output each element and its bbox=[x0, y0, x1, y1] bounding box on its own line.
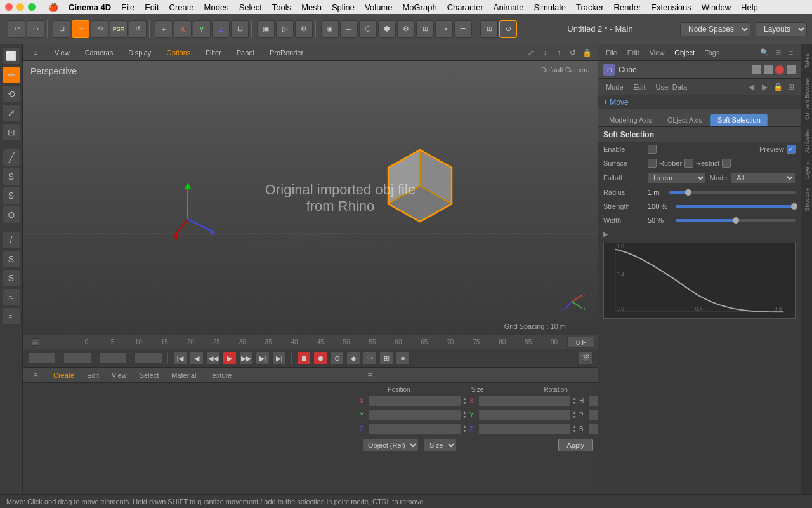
curve-expand[interactable]: ▶ bbox=[598, 227, 801, 240]
obj-mgr-file-tab[interactable]: File bbox=[602, 48, 621, 58]
knife-side[interactable]: ╱ bbox=[3, 149, 20, 166]
move-side[interactable]: ✛ bbox=[3, 66, 20, 84]
render-region-button[interactable]: ▣ bbox=[257, 20, 275, 38]
obj-tab-create[interactable]: Create bbox=[51, 370, 77, 380]
record-button[interactable]: ⏺ bbox=[313, 351, 327, 365]
rubber-checkbox[interactable] bbox=[684, 159, 693, 168]
cube-object[interactable] bbox=[382, 144, 458, 234]
menu-select[interactable]: Select bbox=[239, 3, 262, 12]
rotate-tool-button[interactable]: ⟲ bbox=[91, 20, 108, 38]
arc-side[interactable]: S bbox=[3, 269, 20, 287]
attr-lock-icon[interactable]: 🔒 bbox=[772, 81, 783, 93]
obj-menu-icon[interactable]: ≡ bbox=[28, 368, 43, 383]
menu-file[interactable]: File bbox=[121, 3, 134, 12]
magnet-side[interactable]: S bbox=[3, 187, 20, 204]
surface-checkbox[interactable] bbox=[648, 159, 657, 168]
falloff-dropdown[interactable]: Linear bbox=[648, 172, 706, 184]
vt-prorender[interactable]: ProRender bbox=[266, 48, 307, 58]
settings-button[interactable]: ⚙ bbox=[397, 20, 415, 38]
scale-side[interactable]: ⤢ bbox=[3, 104, 20, 122]
vt-options[interactable]: Options bbox=[162, 48, 194, 58]
stop-button[interactable]: ⏹ bbox=[297, 351, 311, 365]
maximize-button[interactable] bbox=[28, 3, 36, 11]
position-z-input[interactable]: 0 m bbox=[369, 423, 461, 434]
menu-render[interactable]: Render bbox=[614, 3, 641, 12]
keyframe-button[interactable]: ◆ bbox=[346, 351, 360, 365]
size-x-arrows[interactable]: ▲ ▼ bbox=[572, 396, 577, 405]
position-x-input[interactable]: 0 m bbox=[369, 395, 461, 406]
expand-icon[interactable]: ⤢ bbox=[525, 47, 537, 58]
timeline-menu-icon[interactable]: ≡ bbox=[32, 338, 39, 346]
timeline-view-button[interactable]: ≡ bbox=[396, 351, 410, 365]
brush-side[interactable]: S bbox=[3, 168, 20, 185]
strength-slider[interactable] bbox=[676, 205, 796, 208]
menu-tools[interactable]: Tools bbox=[272, 3, 291, 12]
select-side[interactable]: ⊡ bbox=[3, 123, 20, 141]
y-axis-button[interactable]: Y bbox=[193, 20, 211, 38]
menu-character[interactable]: Character bbox=[447, 3, 483, 12]
obj-tab-texture[interactable]: Texture bbox=[206, 370, 234, 380]
prev-play-button[interactable]: ◀◀ bbox=[206, 351, 220, 365]
radius-thumb[interactable] bbox=[685, 189, 691, 196]
render-settings-button[interactable]: ⚙ bbox=[295, 20, 313, 38]
layers-tab[interactable]: Layers bbox=[802, 158, 811, 183]
go-to-start-button[interactable]: |◀ bbox=[173, 351, 187, 365]
motion-clip-button[interactable]: ⊞ bbox=[379, 351, 393, 365]
menu-modes[interactable]: Modes bbox=[204, 3, 229, 12]
pos-x-arrows[interactable]: ▲ ▼ bbox=[462, 396, 467, 405]
next-frame-button[interactable]: ▶| bbox=[256, 351, 270, 365]
size-z-input[interactable]: 3.195 m bbox=[478, 423, 571, 434]
obj-mgr-edit-tab[interactable]: Edit bbox=[624, 48, 643, 58]
play-button[interactable]: ▶ bbox=[223, 351, 237, 365]
menu-help[interactable]: Help bbox=[741, 3, 758, 12]
structure-tab[interactable]: Structure bbox=[802, 184, 811, 215]
obj-tab-view[interactable]: View bbox=[109, 370, 129, 380]
obj-color-icon[interactable] bbox=[775, 65, 784, 74]
object-rel-dropdown[interactable]: Object (Rel) bbox=[362, 439, 419, 451]
size-x-input[interactable]: 2.564 m bbox=[478, 395, 571, 406]
edges-mode-button[interactable]: ⬡ bbox=[359, 20, 377, 38]
paint-side[interactable]: ⊙ bbox=[3, 206, 20, 224]
undo-button[interactable]: ↩ bbox=[8, 20, 25, 38]
layers-icon[interactable]: ≡ bbox=[785, 47, 797, 58]
refresh-icon[interactable]: ↺ bbox=[567, 47, 579, 58]
model-mode-button[interactable]: ⊞ bbox=[53, 20, 70, 38]
frame-input[interactable] bbox=[567, 337, 595, 348]
restrict-checkbox[interactable] bbox=[722, 159, 731, 168]
viewport-menu-icon[interactable]: ≡ bbox=[28, 45, 43, 60]
menu-window[interactable]: Window bbox=[702, 3, 731, 12]
viewport-3d[interactable]: Perspective Default Camera bbox=[23, 61, 598, 335]
size-y-arrows[interactable]: ▲ ▼ bbox=[572, 410, 577, 419]
content-browser-tab[interactable]: Content Browser bbox=[802, 74, 811, 124]
node-spaces-dropdown[interactable]: Node Spaces bbox=[680, 22, 750, 36]
auto-key-button[interactable]: ⊙ bbox=[330, 351, 344, 365]
obj-lock-icon[interactable] bbox=[787, 65, 796, 74]
vt-display[interactable]: Display bbox=[124, 48, 155, 58]
menu-spline[interactable]: Spline bbox=[332, 3, 355, 12]
current-frame-input[interactable]: 0 F bbox=[63, 352, 91, 364]
viewport-1-button[interactable]: ⊞ bbox=[480, 20, 498, 38]
polygon-mode-button[interactable]: ⬢ bbox=[378, 20, 396, 38]
modeling-axis-tab[interactable]: Modeling Axis bbox=[602, 114, 659, 126]
obj-tab-select[interactable]: Select bbox=[137, 370, 162, 380]
snap-button[interactable]: ⊸ bbox=[435, 20, 453, 38]
search-icon[interactable]: 🔍 bbox=[759, 47, 770, 58]
points-mode-button[interactable]: ••• bbox=[340, 20, 358, 38]
filter-icon[interactable]: ⊞ bbox=[772, 47, 783, 58]
z-axis-button[interactable]: Z bbox=[212, 20, 230, 38]
attr-menu-icon[interactable]: ⊞ bbox=[785, 81, 797, 93]
next-play-button[interactable]: ▶▶ bbox=[239, 351, 253, 365]
film-mode-button[interactable]: 🎬 bbox=[579, 351, 593, 365]
strength-thumb[interactable] bbox=[791, 203, 797, 210]
soft-selection-tab[interactable]: Soft Selection bbox=[710, 114, 768, 126]
attr-back-icon[interactable]: ◀ bbox=[745, 81, 757, 93]
sphere-mode-button[interactable]: ◉ bbox=[321, 20, 339, 38]
motion-path-button[interactable]: 〰 bbox=[363, 351, 377, 365]
width-thumb[interactable] bbox=[733, 217, 739, 224]
pos-z-arrows[interactable]: ▲ ▼ bbox=[462, 424, 467, 433]
obj-mgr-tags-tab[interactable]: Tags bbox=[701, 48, 723, 58]
down-icon[interactable]: ↓ bbox=[539, 47, 551, 58]
rotate-side[interactable]: ⟲ bbox=[3, 85, 20, 103]
psr-button[interactable]: PSR bbox=[110, 20, 128, 38]
start-frame-input[interactable]: 0 F bbox=[28, 352, 56, 364]
